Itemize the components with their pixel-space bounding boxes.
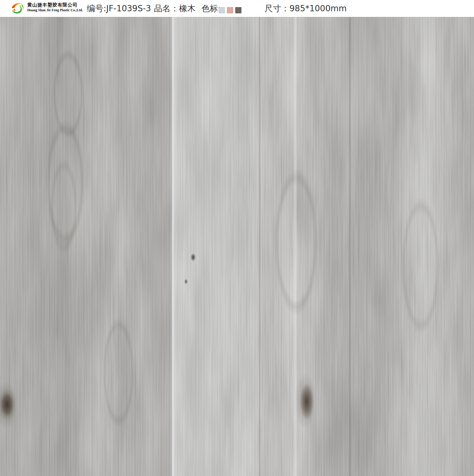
product-name-field: 品名：橡木 [154,0,196,17]
size-field: 尺寸：985*1000mm [265,0,347,17]
product-code-value: JF-1039S-3 [106,4,151,13]
header-bar: 黄山捷丰塑胶有限公司 Huang Shan Jie Feng Plastic C… [0,0,474,17]
color-standard-field: 色标: [201,0,221,17]
wood-warm-tint-layer [0,17,474,476]
product-name-value: 橡木 [179,3,196,14]
color-swatch-salmon-pink [227,7,233,13]
company-name-chinese: 黄山捷丰塑胶有限公司 [27,2,83,8]
color-swatch-row [219,7,241,13]
spec-sheet: { "header": { "logo_name": "jiefeng-phoe… [0,0,474,476]
size-label: 尺寸： [265,3,289,14]
color-swatch-light-blue-gray [219,7,225,13]
product-code-label: 编号: [87,3,106,14]
product-name-label: 品名： [154,3,179,14]
company-logo-icon [10,1,25,16]
color-swatch-dark-taupe [235,7,241,13]
product-code-field: 编号:JF-1039S-3 [87,0,151,17]
wood-texture-image [0,17,474,476]
size-value: 985*1000mm [289,4,347,13]
company-name-block: 黄山捷丰塑胶有限公司 Huang Shan Jie Feng Plastic C… [27,2,83,12]
color-standard-label: 色标: [201,3,221,14]
company-name-english: Huang Shan Jie Feng Plastic Co.,Ltd. [27,8,83,12]
